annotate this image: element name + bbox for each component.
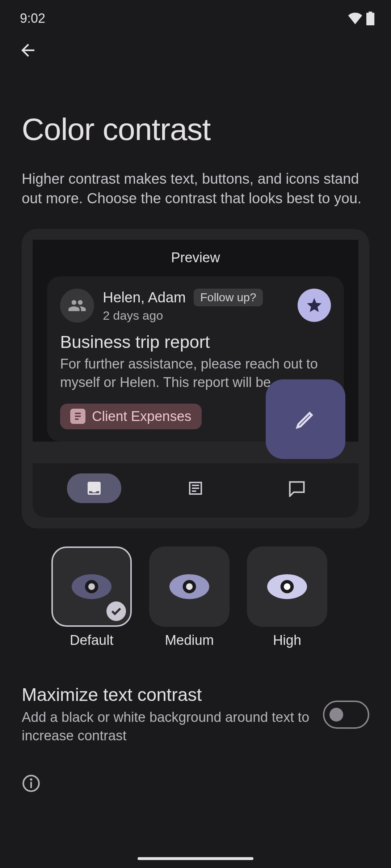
pencil-icon	[293, 407, 318, 431]
maximize-text-contrast-toggle[interactable]	[323, 701, 369, 729]
preview-bottom-nav	[33, 463, 358, 518]
eye-icon	[267, 574, 307, 599]
email-card: Helen, Adam Follow up? 2 days ago Busine…	[47, 276, 344, 442]
option-medium[interactable]: Medium	[149, 546, 230, 648]
email-time: 2 days ago	[103, 309, 289, 323]
header: Color contrast	[0, 64, 391, 147]
svg-point-11	[284, 583, 290, 590]
svg-rect-14	[30, 782, 32, 788]
email-from: Helen, Adam	[103, 289, 186, 306]
option-label: High	[273, 633, 301, 648]
back-button[interactable]	[0, 30, 391, 64]
battery-icon	[366, 12, 375, 25]
svg-point-5	[88, 583, 95, 590]
svg-point-8	[186, 583, 193, 590]
svg-point-13	[30, 778, 33, 781]
status-bar: 9:02	[0, 0, 391, 30]
avatar	[60, 289, 94, 323]
nav-inbox	[67, 473, 121, 503]
eye-icon	[169, 574, 209, 599]
info-icon	[22, 774, 41, 793]
eye-icon	[72, 574, 112, 599]
check-icon	[111, 607, 122, 616]
option-label: Medium	[165, 633, 214, 648]
star-icon	[306, 297, 323, 314]
email-tag: Follow up?	[194, 289, 263, 306]
status-time: 9:02	[20, 11, 45, 26]
page-description: Higher contrast makes text, buttons, and…	[0, 147, 391, 208]
article-icon	[187, 480, 204, 497]
chat-icon	[287, 480, 306, 497]
setting-description: Add a black or white background around t…	[22, 708, 312, 745]
attachment-chip: Client Expenses	[60, 404, 202, 429]
preview-container: Preview Helen, Adam Follow up? 2 days ag…	[22, 229, 369, 528]
option-default[interactable]: Default	[51, 546, 132, 648]
svg-rect-1	[75, 416, 81, 417]
nav-chat	[270, 473, 324, 503]
preview-inner: Preview Helen, Adam Follow up? 2 days ag…	[33, 240, 358, 442]
arrow-back-icon	[18, 41, 38, 60]
compose-fab	[266, 379, 345, 459]
navigation-bar[interactable]	[138, 857, 253, 860]
option-high[interactable]: High	[247, 546, 327, 648]
page-title: Color contrast	[22, 111, 369, 147]
setting-title: Maximize text contrast	[22, 684, 312, 705]
preview-label: Preview	[47, 246, 344, 276]
star-button	[298, 289, 331, 322]
attachment-label: Client Expenses	[92, 409, 192, 424]
wifi-icon	[348, 13, 362, 24]
people-icon	[68, 298, 87, 313]
svg-rect-0	[75, 413, 81, 414]
option-label: Default	[70, 633, 113, 648]
info-row	[0, 745, 391, 794]
options-row: Default Medium High	[0, 528, 391, 648]
status-icons	[348, 12, 375, 25]
nav-articles	[168, 473, 223, 503]
document-icon	[70, 409, 85, 424]
maximize-text-contrast-row[interactable]: Maximize text contrast Add a black or wh…	[0, 648, 391, 745]
svg-rect-2	[75, 418, 79, 420]
check-badge	[106, 601, 126, 621]
email-subject: Business trip report	[60, 332, 331, 352]
inbox-icon	[85, 480, 103, 497]
